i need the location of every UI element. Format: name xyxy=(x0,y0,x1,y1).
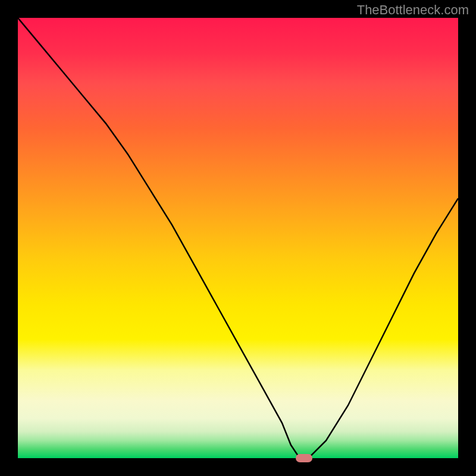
bottleneck-curve xyxy=(18,18,458,458)
optimal-point-marker xyxy=(296,454,312,462)
watermark-text: TheBottleneck.com xyxy=(357,2,469,18)
